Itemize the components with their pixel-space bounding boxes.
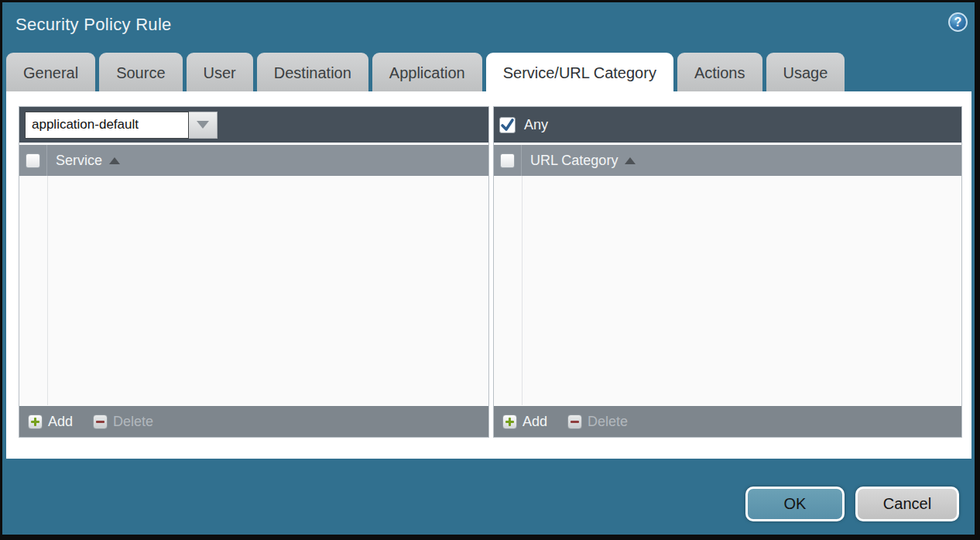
service-type-input[interactable] xyxy=(25,112,189,139)
delete-minus-icon xyxy=(567,414,582,429)
any-label: Any xyxy=(524,117,548,133)
url-category-select-all-checkbox[interactable] xyxy=(500,153,515,168)
url-category-select-all-cell xyxy=(494,145,522,176)
tab-general[interactable]: General xyxy=(6,53,95,91)
service-select-all-cell xyxy=(19,145,47,176)
sort-ascending-icon xyxy=(625,157,636,164)
chevron-down-icon xyxy=(197,121,209,129)
tab-usage[interactable]: Usage xyxy=(766,53,845,91)
service-add-button[interactable]: Add xyxy=(28,414,73,430)
service-type-dropdown-button[interactable] xyxy=(189,112,218,139)
url-category-column-header[interactable]: URL Category xyxy=(522,145,636,176)
service-toolbar xyxy=(19,107,488,143)
delete-label: Delete xyxy=(588,414,628,430)
tab-application[interactable]: Application xyxy=(372,53,482,91)
help-icon[interactable]: ? xyxy=(948,12,968,32)
service-table-footer: Add Delete xyxy=(19,406,488,437)
tab-content-sheet: Service Add Delete xyxy=(6,91,971,459)
url-category-column-label: URL Category xyxy=(530,153,618,169)
tab-service-url-category[interactable]: Service/URL Category xyxy=(486,53,673,91)
url-category-delete-button[interactable]: Delete xyxy=(567,414,628,430)
delete-label: Delete xyxy=(113,414,153,430)
service-type-dropdown xyxy=(25,112,218,139)
service-table-body xyxy=(19,176,488,405)
checkmark-icon xyxy=(500,118,515,132)
column-separator xyxy=(522,176,523,405)
service-panel: Service Add Delete xyxy=(19,106,489,438)
add-plus-icon xyxy=(28,414,43,429)
ok-button[interactable]: OK xyxy=(745,487,845,521)
service-select-all-checkbox[interactable] xyxy=(26,153,40,168)
url-category-table-footer: Add Delete xyxy=(494,406,961,437)
dialog-title: Security Policy Rule xyxy=(15,15,172,35)
add-label: Add xyxy=(523,414,547,430)
service-table-header: Service xyxy=(19,145,488,176)
service-delete-button[interactable]: Delete xyxy=(93,414,153,430)
tab-bar: General Source User Destination Applicat… xyxy=(6,53,845,91)
delete-minus-icon xyxy=(93,414,108,429)
cancel-button[interactable]: Cancel xyxy=(855,487,959,521)
tab-source[interactable]: Source xyxy=(99,53,182,91)
add-plus-icon xyxy=(502,414,517,429)
service-column-label: Service xyxy=(56,153,102,169)
any-checkbox[interactable] xyxy=(499,117,516,133)
url-category-toolbar: Any xyxy=(494,107,961,143)
url-category-panel: Any URL Category Add xyxy=(493,106,962,438)
url-category-add-button[interactable]: Add xyxy=(502,414,547,430)
security-policy-rule-dialog: Security Policy Rule ? General Source Us… xyxy=(0,0,980,540)
sort-ascending-icon xyxy=(109,157,120,164)
service-column-header[interactable]: Service xyxy=(47,145,120,176)
tab-destination[interactable]: Destination xyxy=(257,53,368,91)
url-category-table-body xyxy=(494,176,961,405)
add-label: Add xyxy=(48,414,73,430)
url-category-table-header: URL Category xyxy=(494,145,961,176)
tab-user[interactable]: User xyxy=(187,53,253,91)
tab-actions[interactable]: Actions xyxy=(677,53,762,91)
column-separator xyxy=(47,176,48,405)
